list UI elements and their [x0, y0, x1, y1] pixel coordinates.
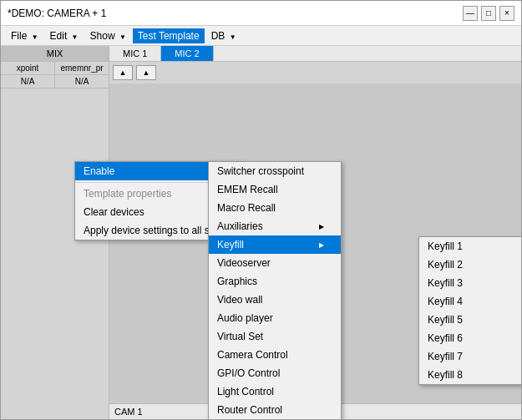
na-row: N/A N/A: [1, 75, 109, 89]
menu-edit[interactable]: Edit ▼: [45, 28, 84, 43]
ctx-keyfill-arrow: ▶: [319, 241, 324, 249]
menu-test-template[interactable]: Test Template: [133, 28, 205, 43]
ctx-keyfill-2[interactable]: Keyfill 2: [419, 256, 521, 274]
context-menu-keyfill: Keyfill 1 Keyfill 2 Keyfill 3 Keyfill 4 …: [418, 236, 521, 385]
ctx-keyfill[interactable]: Keyfill ▶: [209, 235, 341, 254]
mic-tab-1[interactable]: MIC 1: [109, 46, 161, 61]
mic-up-btn-2[interactable]: ▲: [136, 65, 156, 80]
na-cell-1: N/A: [1, 75, 55, 88]
ctx-light-control[interactable]: Light Control: [209, 382, 341, 401]
ctx-router-control[interactable]: Router Control: [209, 401, 341, 419]
ctx-keyfill-1[interactable]: Keyfill 1: [419, 237, 521, 256]
mic-up-btn-1[interactable]: ▲: [113, 65, 133, 80]
main-window: *DEMO: CAMERA + 1 — □ × File ▼ Edit ▼ Sh…: [0, 0, 522, 420]
mic-controls: ▲ ▲: [109, 62, 521, 83]
ctx-auxiliaries-arrow: ▶: [319, 223, 324, 230]
ctx-keyfill-3[interactable]: Keyfill 3: [419, 274, 521, 292]
xpoint-label: xpoint: [1, 62, 55, 74]
menu-show[interactable]: Show ▼: [85, 28, 131, 43]
context-menu-enable: Switcher crosspoint EMEM Recall Macro Re…: [208, 161, 342, 419]
ctx-camera-control[interactable]: Camera Control: [209, 346, 341, 364]
window-title: *DEMO: CAMERA + 1: [8, 8, 106, 19]
menu-file[interactable]: File ▼: [6, 28, 43, 43]
ememnr-label: ememnr_pr: [55, 62, 109, 74]
window-controls: — □ ×: [463, 6, 514, 21]
ctx-graphics[interactable]: Graphics: [209, 272, 341, 291]
title-bar: *DEMO: CAMERA + 1 — □ ×: [1, 1, 521, 26]
ctx-virtual-set[interactable]: Virtual Set: [209, 327, 341, 346]
mic-tabs: MIC 1 MIC 2: [109, 46, 521, 62]
ctx-keyfill-5[interactable]: Keyfill 5: [419, 311, 521, 329]
ctx-videoserver[interactable]: Videoserver: [209, 254, 341, 272]
main-content: MIX xpoint ememnr_pr N/A N/A MIC 1 MIC 2…: [1, 46, 521, 419]
menu-db[interactable]: DB ▼: [206, 28, 241, 43]
ctx-gpio-control[interactable]: GPI/O Control: [209, 364, 341, 382]
close-button[interactable]: ×: [499, 6, 514, 21]
maximize-button[interactable]: □: [481, 6, 496, 21]
ctx-keyfill-6[interactable]: Keyfill 6: [419, 329, 521, 347]
ctx-keyfill-7[interactable]: Keyfill 7: [419, 347, 521, 366]
minimize-button[interactable]: —: [463, 6, 478, 21]
ctx-audio-player[interactable]: Audio player: [209, 309, 341, 327]
ctx-keyfill-8[interactable]: Keyfill 8: [419, 366, 521, 384]
xpoint-row: xpoint ememnr_pr: [1, 62, 109, 75]
ctx-macro-recall[interactable]: Macro Recall: [209, 199, 341, 217]
ctx-switcher-crosspoint[interactable]: Switcher crosspoint: [209, 162, 341, 180]
ctx-keyfill-4[interactable]: Keyfill 4: [419, 292, 521, 311]
mic-tab-2[interactable]: MIC 2: [161, 46, 213, 61]
ctx-video-wall[interactable]: Video wall: [209, 291, 341, 309]
ctx-auxiliaries[interactable]: Auxiliaries ▶: [209, 217, 341, 235]
mix-header: MIX: [1, 46, 109, 62]
ctx-emem-recall[interactable]: EMEM Recall: [209, 180, 341, 199]
menu-bar: File ▼ Edit ▼ Show ▼ Test Template DB ▼: [1, 26, 521, 46]
na-cell-2: N/A: [55, 75, 109, 88]
